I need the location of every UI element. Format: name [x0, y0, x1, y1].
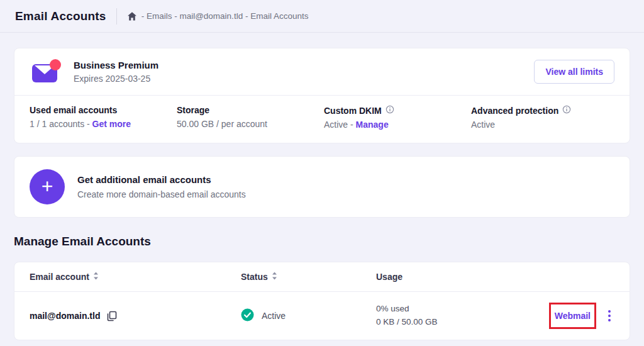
stat-used-accounts: Used email accounts 1 / 1 accounts - Get…	[30, 105, 177, 130]
email-accounts-table: Email account Status Usage mail@domain.t…	[14, 262, 630, 340]
breadcrumb-text: - Emails - mail@domain.tld - Email Accou…	[142, 11, 309, 21]
view-all-limits-button[interactable]: View all limits	[534, 60, 614, 84]
page-header: Email Accounts - Emails - mail@domain.tl…	[0, 0, 644, 33]
sort-icon[interactable]	[93, 272, 99, 282]
stat-label-text: Storage	[177, 105, 209, 115]
add-accounts-subtitle: Create more domain-based email accounts	[77, 189, 246, 199]
kebab-menu-icon[interactable]	[604, 308, 614, 324]
table-header-row: Email account Status Usage	[14, 262, 630, 292]
usage-cell: 0% used 0 KB / 50.00 GB	[376, 303, 549, 329]
plan-expiry: Expires 2025-03-25	[74, 74, 158, 84]
column-label: Email account	[30, 272, 89, 282]
stat-label: Advanced protection	[471, 105, 614, 116]
copy-icon[interactable]	[106, 311, 117, 321]
sort-icon[interactable]	[272, 272, 277, 282]
usage-detail: 0 KB / 50.00 GB	[376, 316, 549, 329]
stat-value: Active	[471, 120, 614, 130]
stat-advanced-protection: Advanced protection Active	[471, 105, 614, 130]
add-accounts-title: Get additional email accounts	[77, 174, 246, 185]
page-title: Email Accounts	[15, 9, 106, 23]
home-icon[interactable]	[127, 11, 137, 21]
column-label: Usage	[376, 272, 402, 282]
info-icon[interactable]	[562, 105, 571, 116]
table-row: mail@domain.tld Active 0% used 0 KB / 50…	[14, 292, 630, 340]
stat-storage: Storage 50.00 GB / per account	[177, 105, 324, 130]
add-accounts-text: Get additional email accounts Create mor…	[77, 174, 246, 199]
email-plan-icon	[30, 59, 62, 85]
email-account-cell: mail@domain.tld	[30, 311, 241, 321]
plan-card: Business Premium Expires 2025-03-25 View…	[14, 48, 630, 143]
stat-value-text: Active	[471, 120, 495, 130]
red-highlight-box: Webmail	[549, 303, 596, 329]
header-divider	[116, 8, 117, 25]
manage-section-heading: Manage Email Accounts	[14, 235, 630, 248]
webmail-button[interactable]: Webmail	[555, 311, 591, 321]
stat-label: Used email accounts	[30, 105, 177, 115]
info-icon[interactable]	[386, 105, 394, 116]
stat-custom-dkim: Custom DKIM Active - Manage	[324, 105, 471, 130]
plan-name: Business Premium	[74, 60, 158, 70]
stat-value: Active - Manage	[324, 120, 471, 130]
plan-info: Business Premium Expires 2025-03-25	[74, 60, 158, 84]
column-label: Status	[241, 272, 268, 282]
plan-stats-row: Used email accounts 1 / 1 accounts - Get…	[14, 96, 630, 143]
row-actions: Webmail	[549, 303, 614, 329]
usage-percent: 0% used	[376, 303, 549, 316]
plan-summary-row: Business Premium Expires 2025-03-25 View…	[14, 48, 630, 95]
stat-value: 50.00 GB / per account	[177, 119, 324, 129]
stat-label-text: Advanced protection	[471, 106, 558, 116]
status-badge: Active	[262, 311, 286, 321]
column-header-email[interactable]: Email account	[30, 272, 241, 282]
main-content: Business Premium Expires 2025-03-25 View…	[0, 48, 644, 340]
column-header-status[interactable]: Status	[241, 272, 376, 282]
add-accounts-card[interactable]: + Get additional email accounts Create m…	[14, 156, 630, 218]
check-icon	[241, 308, 254, 323]
get-more-link[interactable]: Get more	[92, 119, 131, 129]
stat-value-text: Active -	[324, 120, 353, 130]
column-header-usage: Usage	[376, 272, 614, 282]
stat-value: 1 / 1 accounts - Get more	[30, 119, 177, 129]
manage-dkim-link[interactable]: Manage	[356, 120, 389, 130]
stat-label: Storage	[177, 105, 324, 115]
stat-value-text: 50.00 GB / per account	[177, 119, 267, 129]
breadcrumb: - Emails - mail@domain.tld - Email Accou…	[127, 11, 309, 21]
stat-label: Custom DKIM	[324, 105, 471, 116]
stat-label-text: Custom DKIM	[324, 106, 382, 116]
stat-label-text: Used email accounts	[30, 105, 117, 115]
email-address: mail@domain.tld	[30, 311, 100, 321]
plus-icon[interactable]: +	[30, 169, 65, 204]
status-cell: Active	[241, 308, 376, 323]
stat-value-text: 1 / 1 accounts -	[30, 119, 90, 129]
